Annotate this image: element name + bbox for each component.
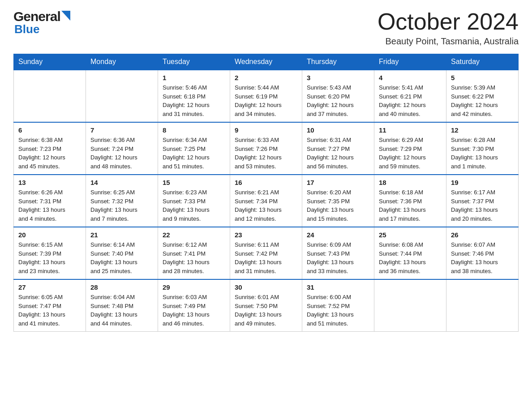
day-number: 15 [163, 179, 225, 186]
page-header: General Blue October 2024 Beauty Point, … [13, 9, 519, 47]
day-info: Sunrise: 5:46 AMSunset: 6:18 PMDaylight:… [163, 83, 225, 118]
title-block: October 2024 Beauty Point, Tasmania, Aus… [378, 9, 519, 47]
day-info: Sunrise: 6:21 AMSunset: 7:34 PMDaylight:… [235, 188, 297, 223]
day-number: 28 [90, 283, 153, 291]
calendar-cell: 31Sunrise: 6:00 AMSunset: 7:52 PMDayligh… [302, 279, 374, 332]
calendar-cell: 9Sunrise: 6:33 AMSunset: 7:26 PMDaylight… [230, 122, 302, 175]
weekday-header-tuesday: Tuesday [158, 54, 230, 70]
day-number: 19 [451, 179, 514, 186]
day-number: 25 [379, 231, 442, 239]
day-info: Sunrise: 6:15 AMSunset: 7:39 PMDaylight:… [18, 240, 81, 275]
calendar-cell: 15Sunrise: 6:23 AMSunset: 7:33 PMDayligh… [158, 175, 230, 227]
calendar-header-row: SundayMondayTuesdayWednesdayThursdayFrid… [14, 54, 519, 70]
calendar-cell: 17Sunrise: 6:20 AMSunset: 7:35 PMDayligh… [302, 175, 374, 227]
day-number: 30 [235, 283, 297, 291]
weekday-header-wednesday: Wednesday [230, 54, 302, 70]
month-title: October 2024 [378, 9, 519, 34]
day-info: Sunrise: 5:43 AMSunset: 6:20 PMDaylight:… [307, 83, 369, 118]
day-info: Sunrise: 6:04 AMSunset: 7:48 PMDaylight:… [90, 293, 153, 328]
day-info: Sunrise: 6:25 AMSunset: 7:32 PMDaylight:… [90, 188, 153, 223]
calendar-cell: 2Sunrise: 5:44 AMSunset: 6:19 PMDaylight… [230, 70, 302, 122]
logo-arrow-icon [61, 11, 70, 22]
day-number: 26 [451, 231, 514, 239]
day-info: Sunrise: 6:11 AMSunset: 7:42 PMDaylight:… [235, 240, 297, 275]
day-number: 12 [451, 126, 514, 134]
day-number: 2 [235, 74, 297, 81]
day-info: Sunrise: 6:38 AMSunset: 7:23 PMDaylight:… [18, 136, 81, 171]
day-info: Sunrise: 5:41 AMSunset: 6:21 PMDaylight:… [379, 83, 442, 118]
calendar-cell: 18Sunrise: 6:18 AMSunset: 7:36 PMDayligh… [374, 175, 446, 227]
day-info: Sunrise: 6:00 AMSunset: 7:52 PMDaylight:… [307, 293, 369, 328]
calendar-cell: 5Sunrise: 5:39 AMSunset: 6:22 PMDaylight… [446, 70, 519, 122]
calendar-cell [14, 70, 86, 122]
location-text: Beauty Point, Tasmania, Australia [378, 36, 519, 47]
calendar-cell: 12Sunrise: 6:28 AMSunset: 7:30 PMDayligh… [446, 122, 519, 175]
calendar-cell: 13Sunrise: 6:26 AMSunset: 7:31 PMDayligh… [14, 175, 86, 227]
day-number: 9 [235, 126, 297, 134]
day-number: 22 [163, 231, 225, 239]
calendar-cell: 3Sunrise: 5:43 AMSunset: 6:20 PMDaylight… [302, 70, 374, 122]
calendar-cell: 1Sunrise: 5:46 AMSunset: 6:18 PMDaylight… [158, 70, 230, 122]
calendar-cell: 24Sunrise: 6:09 AMSunset: 7:43 PMDayligh… [302, 227, 374, 279]
calendar-cell: 8Sunrise: 6:34 AMSunset: 7:25 PMDaylight… [158, 122, 230, 175]
calendar-cell: 19Sunrise: 6:17 AMSunset: 7:37 PMDayligh… [446, 175, 519, 227]
calendar-cell: 7Sunrise: 6:36 AMSunset: 7:24 PMDaylight… [86, 122, 158, 175]
day-number: 20 [18, 231, 81, 239]
day-info: Sunrise: 6:33 AMSunset: 7:26 PMDaylight:… [235, 136, 297, 171]
logo-blue-text: Blue [13, 22, 39, 36]
calendar-cell: 20Sunrise: 6:15 AMSunset: 7:39 PMDayligh… [14, 227, 86, 279]
calendar-cell: 23Sunrise: 6:11 AMSunset: 7:42 PMDayligh… [230, 227, 302, 279]
day-info: Sunrise: 6:26 AMSunset: 7:31 PMDaylight:… [18, 188, 81, 223]
calendar-cell [86, 70, 158, 122]
calendar-cell: 16Sunrise: 6:21 AMSunset: 7:34 PMDayligh… [230, 175, 302, 227]
weekday-header-sunday: Sunday [14, 54, 86, 70]
day-number: 8 [163, 126, 225, 134]
calendar-cell: 14Sunrise: 6:25 AMSunset: 7:32 PMDayligh… [86, 175, 158, 227]
calendar-week-row: 13Sunrise: 6:26 AMSunset: 7:31 PMDayligh… [14, 175, 519, 227]
day-info: Sunrise: 6:12 AMSunset: 7:41 PMDaylight:… [163, 240, 225, 275]
day-info: Sunrise: 6:08 AMSunset: 7:44 PMDaylight:… [379, 240, 442, 275]
day-info: Sunrise: 6:14 AMSunset: 7:40 PMDaylight:… [90, 240, 153, 275]
calendar-cell: 30Sunrise: 6:01 AMSunset: 7:50 PMDayligh… [230, 279, 302, 332]
day-number: 11 [379, 126, 442, 134]
day-number: 17 [307, 179, 369, 186]
calendar-cell: 27Sunrise: 6:05 AMSunset: 7:47 PMDayligh… [14, 279, 86, 332]
calendar-cell [446, 279, 519, 332]
day-number: 13 [18, 179, 81, 186]
calendar-cell: 25Sunrise: 6:08 AMSunset: 7:44 PMDayligh… [374, 227, 446, 279]
day-info: Sunrise: 6:01 AMSunset: 7:50 PMDaylight:… [235, 293, 297, 328]
day-number: 3 [307, 74, 369, 81]
day-number: 31 [307, 283, 369, 291]
calendar-cell: 26Sunrise: 6:07 AMSunset: 7:46 PMDayligh… [446, 227, 519, 279]
day-info: Sunrise: 6:36 AMSunset: 7:24 PMDaylight:… [90, 136, 153, 171]
calendar-cell: 28Sunrise: 6:04 AMSunset: 7:48 PMDayligh… [86, 279, 158, 332]
day-number: 21 [90, 231, 153, 239]
weekday-header-thursday: Thursday [302, 54, 374, 70]
svg-marker-0 [61, 11, 70, 21]
calendar-cell: 29Sunrise: 6:03 AMSunset: 7:49 PMDayligh… [158, 279, 230, 332]
calendar-cell: 4Sunrise: 5:41 AMSunset: 6:21 PMDaylight… [374, 70, 446, 122]
day-number: 29 [163, 283, 225, 291]
day-number: 5 [451, 74, 514, 81]
day-number: 14 [90, 179, 153, 186]
calendar-cell [374, 279, 446, 332]
day-number: 6 [18, 126, 81, 134]
weekday-header-friday: Friday [374, 54, 446, 70]
day-info: Sunrise: 6:28 AMSunset: 7:30 PMDaylight:… [451, 136, 514, 171]
day-info: Sunrise: 6:18 AMSunset: 7:36 PMDaylight:… [379, 188, 442, 223]
day-number: 1 [163, 74, 225, 81]
day-info: Sunrise: 6:05 AMSunset: 7:47 PMDaylight:… [18, 293, 81, 328]
day-info: Sunrise: 5:39 AMSunset: 6:22 PMDaylight:… [451, 83, 514, 118]
day-info: Sunrise: 6:23 AMSunset: 7:33 PMDaylight:… [163, 188, 225, 223]
day-info: Sunrise: 6:20 AMSunset: 7:35 PMDaylight:… [307, 188, 369, 223]
day-info: Sunrise: 6:29 AMSunset: 7:29 PMDaylight:… [379, 136, 442, 171]
calendar-week-row: 20Sunrise: 6:15 AMSunset: 7:39 PMDayligh… [14, 227, 519, 279]
calendar-week-row: 6Sunrise: 6:38 AMSunset: 7:23 PMDaylight… [14, 122, 519, 175]
weekday-header-saturday: Saturday [446, 54, 519, 70]
calendar-cell: 11Sunrise: 6:29 AMSunset: 7:29 PMDayligh… [374, 122, 446, 175]
calendar-cell: 10Sunrise: 6:31 AMSunset: 7:27 PMDayligh… [302, 122, 374, 175]
calendar-cell: 21Sunrise: 6:14 AMSunset: 7:40 PMDayligh… [86, 227, 158, 279]
day-info: Sunrise: 5:44 AMSunset: 6:19 PMDaylight:… [235, 83, 297, 118]
day-info: Sunrise: 6:34 AMSunset: 7:25 PMDaylight:… [163, 136, 225, 171]
day-info: Sunrise: 6:17 AMSunset: 7:37 PMDaylight:… [451, 188, 514, 223]
